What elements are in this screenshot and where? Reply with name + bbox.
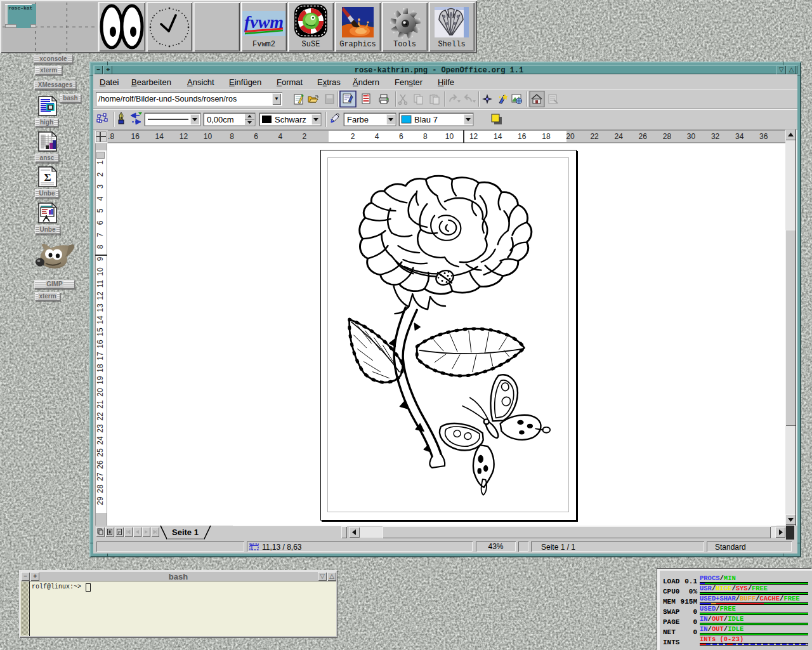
svg-text:Σ: Σ: [44, 171, 51, 183]
svg-text:Seite 1: Seite 1: [172, 527, 199, 537]
svg-text:Farbe: Farbe: [347, 115, 369, 124]
svg-text:Schwarz: Schwarz: [275, 115, 306, 124]
svg-text:Blau 7: Blau 7: [414, 115, 438, 124]
svg-text:0,00cm: 0,00cm: [207, 115, 234, 124]
